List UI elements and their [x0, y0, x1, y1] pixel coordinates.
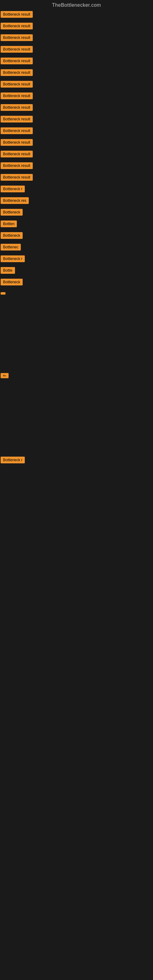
bottleneck-badge[interactable]: Bottleneck result [1, 127, 33, 134]
list-item: Bottle [1, 265, 153, 277]
list-item [1, 515, 153, 540]
list-item: Bottleneck result [1, 79, 153, 91]
list-item: Bottleneck res [1, 196, 153, 207]
list-item: Bottleneck result [1, 56, 153, 67]
list-item: Bottleneck [1, 207, 153, 219]
list-item [1, 322, 153, 347]
list-item: Bottleneck result [1, 102, 153, 114]
bottleneck-badge[interactable]: Bottleneck result [1, 57, 33, 64]
bottleneck-badge[interactable]: Bottleneck result [1, 81, 33, 88]
list-item: Bottleneck result [1, 21, 153, 32]
bottleneck-badge[interactable]: Bottleneck result [1, 34, 33, 41]
bottleneck-badge[interactable]: Bottleneck [1, 232, 22, 239]
bottleneck-badge[interactable]: Bottleneck result [1, 151, 33, 158]
list-item [1, 347, 153, 371]
bottleneck-badge[interactable]: Bottleneck result [1, 162, 33, 169]
list-item: Bottleneck r [1, 455, 153, 466]
bottleneck-badge[interactable]: Bottleneck result [1, 104, 33, 111]
list-item: Bottleneck result [1, 149, 153, 161]
list-item: Bottlenec [1, 242, 153, 254]
list-item [1, 298, 153, 322]
list-item: Bottleneck result [1, 137, 153, 149]
list-item [1, 491, 153, 515]
list-item: Bottleneck result [1, 161, 153, 172]
bottleneck-badge[interactable]: Bo [1, 373, 9, 378]
list-item [1, 381, 153, 406]
bottleneck-badge[interactable]: Bottleneck result [1, 116, 33, 123]
bottleneck-badge[interactable]: Bottleneck result [1, 139, 33, 146]
bottleneck-badge[interactable]: B [1, 292, 5, 294]
bottleneck-badge[interactable]: Bottlen [1, 221, 17, 227]
bottleneck-badge[interactable]: Bottleneck result [1, 92, 33, 99]
list-item [1, 466, 153, 491]
list-item: Bottleneck result [1, 32, 153, 44]
list-item: Bottleneck result [1, 172, 153, 184]
list-item: Bottleneck result [1, 126, 153, 137]
list-item: Bottleneck result [1, 44, 153, 56]
list-item: Bottleneck [1, 230, 153, 242]
bottleneck-badge[interactable]: Bottleneck r [1, 255, 25, 262]
bottleneck-badge[interactable]: Bottleneck [1, 209, 22, 216]
site-title: TheBottlenecker.com [0, 0, 153, 9]
list-item [1, 430, 153, 455]
list-item: Bottleneck r [1, 184, 153, 196]
bottleneck-badge[interactable]: Bottle [1, 267, 15, 274]
bottleneck-badge[interactable]: Bottleneck result [1, 46, 33, 52]
bottleneck-badge[interactable]: Bottleneck r [1, 186, 25, 192]
list-item: Bottleneck result [1, 9, 153, 21]
list-item: Bottleneck r [1, 254, 153, 265]
list-item: Bottleneck result [1, 91, 153, 102]
list-item: Bottlen [1, 219, 153, 230]
list-item: Bottleneck [1, 277, 153, 288]
bottleneck-badge[interactable]: Bottleneck result [1, 23, 33, 29]
bottleneck-list: Bottleneck resultBottleneck resultBottle… [0, 9, 153, 540]
bottleneck-badge[interactable]: Bottleneck res [1, 197, 29, 204]
list-item: Bottleneck result [1, 67, 153, 79]
bottleneck-badge[interactable]: Bottleneck r [1, 457, 25, 463]
bottleneck-badge[interactable]: Bottleneck result [1, 174, 33, 181]
bottleneck-badge[interactable]: Bottleneck result [1, 69, 33, 76]
list-item: B [1, 288, 153, 298]
bottleneck-badge[interactable]: Bottleneck [1, 279, 22, 285]
list-item [1, 406, 153, 430]
bottleneck-badge[interactable]: Bottleneck result [1, 11, 33, 18]
bottleneck-badge[interactable]: Bottlenec [1, 244, 21, 250]
list-item: Bottleneck result [1, 114, 153, 126]
list-item: Bo [1, 371, 153, 381]
